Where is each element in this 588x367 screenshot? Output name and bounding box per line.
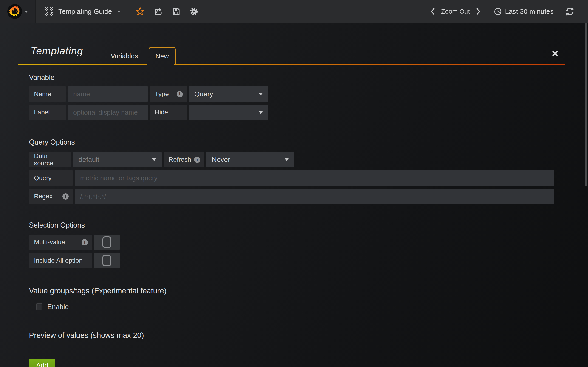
datasource-select[interactable]: default bbox=[73, 152, 162, 167]
chevron-down-icon bbox=[285, 158, 289, 161]
include-all-checkbox-box bbox=[94, 253, 120, 268]
multi-value-label: Multi-value bbox=[29, 235, 92, 250]
type-label: Type bbox=[150, 86, 187, 102]
variable-section-heading: Variable bbox=[29, 74, 588, 81]
name-label: Name bbox=[29, 86, 66, 102]
include-all-checkbox[interactable] bbox=[103, 255, 111, 266]
close-icon bbox=[552, 50, 559, 57]
scrollbar-thumb[interactable] bbox=[585, 1, 587, 186]
clock-icon bbox=[493, 7, 502, 16]
info-icon[interactable] bbox=[82, 239, 88, 245]
label-input[interactable] bbox=[68, 105, 148, 120]
name-input[interactable] bbox=[68, 86, 148, 102]
share-button[interactable] bbox=[149, 0, 167, 23]
regex-row: Regex bbox=[29, 189, 588, 204]
grafana-logo bbox=[7, 4, 22, 19]
tabs-underline-left bbox=[18, 64, 147, 65]
star-button[interactable] bbox=[131, 0, 149, 23]
time-forward-button[interactable] bbox=[473, 0, 484, 23]
navbar-spacer bbox=[203, 0, 427, 23]
top-navbar: Templating Guide bbox=[0, 0, 588, 23]
tabs-underline-right bbox=[174, 64, 565, 65]
enable-label: Enable bbox=[47, 303, 69, 311]
refresh-label: Refresh bbox=[164, 152, 204, 167]
save-button[interactable] bbox=[167, 0, 185, 23]
info-icon[interactable] bbox=[177, 91, 183, 97]
add-button[interactable]: Add bbox=[29, 359, 55, 367]
dashboard-actions bbox=[131, 0, 203, 23]
zoom-out-button[interactable]: Zoom Out bbox=[438, 8, 473, 15]
query-input[interactable] bbox=[75, 170, 554, 186]
query-row: Query bbox=[29, 170, 588, 186]
tabs-bar: Variables New bbox=[104, 47, 176, 65]
dashboard-title: Templating Guide bbox=[58, 8, 112, 15]
query-label: Query bbox=[29, 170, 73, 186]
multi-value-row: Multi-value bbox=[29, 235, 588, 250]
time-controls: Zoom Out Last 30 minutes bbox=[427, 0, 588, 23]
save-icon bbox=[172, 7, 180, 16]
dashboard-picker[interactable]: Templating Guide bbox=[36, 0, 131, 23]
chevron-down-icon bbox=[259, 93, 263, 95]
value-groups-heading: Value groups/tags (Experimental feature) bbox=[29, 287, 588, 295]
refresh-select[interactable]: Never bbox=[206, 152, 294, 167]
refresh-label-text: Refresh bbox=[169, 156, 191, 163]
chevron-right-icon bbox=[476, 8, 481, 15]
settings-button[interactable] bbox=[185, 0, 203, 23]
refresh-select-value: Never bbox=[212, 156, 230, 164]
query-options-heading: Query Options bbox=[29, 138, 588, 146]
regex-label: Regex bbox=[29, 189, 73, 204]
type-label-text: Type bbox=[155, 90, 169, 98]
label-label: Label bbox=[29, 105, 66, 120]
datasource-label: Data source bbox=[29, 152, 71, 167]
star-icon bbox=[136, 7, 145, 16]
variable-label-row: Label Hide bbox=[29, 105, 588, 120]
settings-gear-icon bbox=[190, 7, 198, 16]
variable-editor: Variable Name Type Query Label Hide Quer… bbox=[0, 74, 588, 367]
tab-new[interactable]: New bbox=[149, 47, 176, 65]
hide-label: Hide bbox=[150, 105, 187, 120]
info-icon[interactable] bbox=[62, 193, 69, 200]
variable-name-row: Name Type Query bbox=[29, 86, 588, 102]
refresh-icon bbox=[565, 7, 575, 16]
preview-heading: Preview of values (shows max 20) bbox=[29, 332, 588, 339]
regex-input[interactable] bbox=[75, 189, 554, 204]
time-back-button[interactable] bbox=[427, 0, 438, 23]
templating-header: Templating Variables New bbox=[0, 23, 588, 65]
share-icon bbox=[154, 7, 162, 16]
tab-variables[interactable]: Variables bbox=[104, 47, 145, 65]
type-select-value: Query bbox=[194, 90, 213, 98]
chevron-down-icon bbox=[117, 10, 121, 13]
datasource-row: Data source default Refresh Never bbox=[29, 152, 588, 167]
type-select[interactable]: Query bbox=[189, 86, 268, 102]
multi-value-checkbox-box bbox=[94, 235, 120, 250]
chevron-left-icon bbox=[430, 8, 435, 15]
include-all-label: Include All option bbox=[29, 253, 92, 268]
hide-select[interactable] bbox=[189, 105, 268, 120]
chevron-down-icon bbox=[25, 10, 28, 13]
dashboard-grid-icon bbox=[45, 7, 53, 16]
chevron-down-icon bbox=[259, 111, 263, 114]
time-range-picker[interactable]: Last 30 minutes bbox=[493, 7, 553, 16]
info-icon[interactable] bbox=[194, 157, 200, 163]
refresh-button[interactable] bbox=[565, 7, 575, 16]
include-all-row: Include All option bbox=[29, 253, 588, 268]
regex-label-text: Regex bbox=[34, 193, 52, 200]
chevron-down-icon bbox=[152, 158, 156, 161]
datasource-select-value: default bbox=[78, 156, 99, 164]
time-range-label: Last 30 minutes bbox=[505, 8, 553, 15]
multi-value-checkbox[interactable] bbox=[103, 236, 111, 248]
multi-value-label-text: Multi-value bbox=[34, 239, 65, 246]
close-button[interactable] bbox=[552, 50, 559, 57]
grafana-menu-button[interactable] bbox=[0, 0, 36, 23]
page-title: Templating bbox=[31, 45, 83, 57]
enable-checkbox[interactable] bbox=[36, 303, 42, 310]
selection-options-heading: Selection Options bbox=[29, 221, 588, 229]
enable-row: Enable bbox=[36, 303, 588, 310]
